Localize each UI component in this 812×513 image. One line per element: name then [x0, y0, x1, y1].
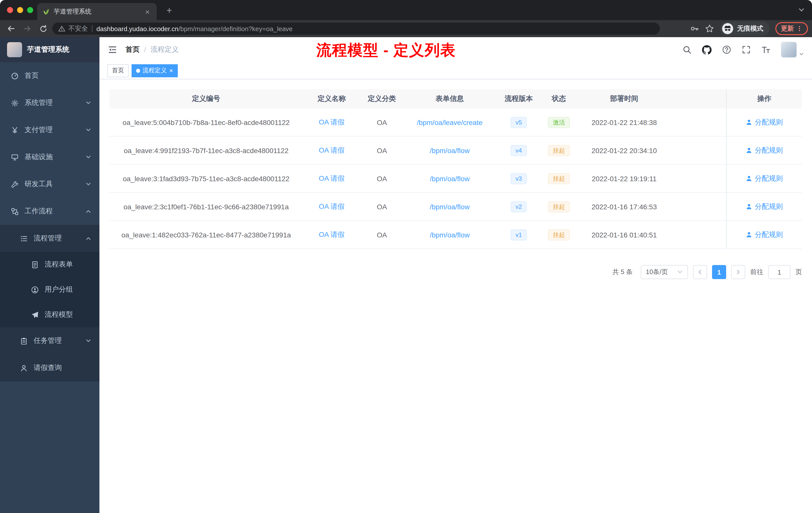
definition-name-link[interactable]: OA 请假 [319, 174, 345, 183]
form-info-link[interactable]: /bpm/oa/flow [430, 231, 470, 239]
page-size-value: 10条/页 [646, 268, 668, 277]
person-icon [20, 364, 28, 372]
annotation-title: 流程模型 - 定义列表 [316, 40, 456, 61]
app-navbar: 首页 / 流程定义 流程模型 - 定义列表 [99, 37, 812, 62]
definition-category: OA [360, 193, 403, 220]
goto-label: 前往 [750, 268, 763, 277]
main-area: 首页 / 流程定义 流程模型 - 定义列表 [99, 37, 812, 513]
form-info-link[interactable]: /bpm/oa/flow [430, 175, 470, 182]
window-minimize-button[interactable] [17, 7, 23, 13]
paper-plane-icon [31, 311, 39, 319]
assign-rule-link[interactable]: 分配规则 [746, 230, 783, 239]
assign-rule-link[interactable]: 分配规则 [746, 174, 783, 183]
header-status: 状态 [541, 89, 577, 109]
header-actions: 操作 [726, 89, 802, 109]
table-header-row: 定义编号 定义名称 定义分类 表单信息 流程版本 状态 部署时间 操作 [110, 89, 802, 109]
app-root: 芋道管理系统 首页 系统管理 支付管理 基础设施 [0, 37, 812, 513]
tag-close-icon[interactable]: × [169, 67, 173, 74]
prev-page-button[interactable] [693, 265, 707, 279]
tab-title: 芋道管理系统 [54, 7, 139, 16]
definition-category: OA [360, 109, 403, 136]
window-close-button[interactable] [7, 7, 13, 13]
sidebar-item-task-management[interactable]: 任务管理 [0, 327, 99, 354]
github-icon[interactable] [702, 45, 712, 55]
definition-id: oa_leave:4:991f2193-7b7f-11ec-a3c8-acde4… [110, 137, 303, 164]
sidebar-item-leave-query[interactable]: 请假查询 [0, 354, 99, 382]
breadcrumb-home[interactable]: 首页 [125, 45, 140, 54]
table-row: oa_leave:4:991f2193-7b7f-11ec-a3c8-acde4… [110, 137, 802, 164]
sidebar-item-process-management[interactable]: 流程管理 [0, 225, 99, 252]
definition-name-link[interactable]: OA 请假 [319, 230, 345, 239]
sidebar-fold-icon[interactable] [108, 45, 117, 55]
sidebar-item-process-model[interactable]: 流程模型 [0, 302, 99, 327]
security-indicator[interactable]: 不安全 [58, 24, 88, 33]
user-icon [746, 147, 752, 154]
form-info-link[interactable]: /bpm/oa/flow [430, 203, 470, 211]
version-badge: v3 [511, 173, 527, 184]
next-page-button[interactable] [731, 265, 745, 279]
sidebar-item-payment-management[interactable]: 支付管理 [0, 117, 99, 144]
sidebar-item-infrastructure[interactable]: 基础设施 [0, 144, 99, 171]
sidebar-item-home[interactable]: 首页 [0, 62, 99, 89]
sidebar-item-process-form[interactable]: 流程表单 [0, 252, 99, 277]
sidebar-item-workflow[interactable]: 工作流程 [0, 198, 99, 225]
deploy-time: 2022-01-22 19:19:11 [577, 164, 672, 192]
window-maximize-button[interactable] [27, 7, 33, 13]
table-row: oa_leave:2:3c1f0ef1-76b1-11ec-9c66-a2380… [110, 193, 802, 221]
sidebar-item-dev-tools[interactable]: 研发工具 [0, 171, 99, 198]
sidebar-item-label: 工作流程 [25, 207, 53, 216]
tag-process-definition[interactable]: 流程定义 × [132, 64, 177, 77]
reload-button[interactable] [36, 22, 50, 36]
forward-button[interactable] [20, 22, 34, 36]
kebab-menu-icon[interactable] [796, 26, 803, 32]
assign-rule-link[interactable]: 分配规则 [746, 146, 783, 155]
status-badge: 挂起 [548, 173, 570, 184]
assign-rule-link[interactable]: 分配规则 [746, 118, 783, 127]
definition-name-link[interactable]: OA 请假 [319, 146, 345, 155]
page-unit-label: 页 [795, 268, 802, 277]
tab-search-chevron-icon[interactable] [798, 6, 805, 13]
page-size-select[interactable]: 10条/页 [641, 265, 688, 279]
font-size-icon[interactable] [761, 45, 770, 54]
definition-category: OA [360, 164, 403, 192]
chrome-update-button[interactable]: 更新 [775, 22, 808, 35]
version-badge: v2 [511, 201, 527, 212]
sidebar-item-system-management[interactable]: 系统管理 [0, 89, 99, 117]
assign-rule-link[interactable]: 分配规则 [746, 202, 783, 211]
user-avatar-menu[interactable] [781, 42, 804, 58]
omnibox-divider [92, 25, 92, 32]
sidebar-logo[interactable]: 芋道管理系统 [0, 37, 99, 62]
row-spacer [672, 137, 726, 164]
window-controls [7, 7, 33, 13]
search-icon[interactable] [683, 45, 692, 54]
form-info-link[interactable]: /bpm/oa/leave/create [417, 118, 483, 126]
help-icon[interactable] [722, 45, 731, 54]
deploy-time: 2022-01-16 17:46:53 [577, 193, 672, 220]
definition-name-link[interactable]: OA 请假 [319, 202, 345, 211]
key-icon[interactable] [690, 24, 699, 33]
goto-page-input[interactable] [768, 265, 790, 279]
fullscreen-icon[interactable] [742, 45, 751, 54]
logo-title: 芋道管理系统 [27, 45, 69, 54]
definition-id: oa_leave:1:482ec033-762a-11ec-8477-a2380… [110, 221, 303, 248]
sidebar-item-label: 流程模型 [45, 310, 73, 319]
new-tab-button[interactable]: + [163, 4, 176, 17]
bookmark-star-icon[interactable] [705, 24, 714, 33]
definition-id: oa_leave:2:3c1f0ef1-76b1-11ec-9c66-a2380… [110, 193, 303, 220]
page-number-button[interactable]: 1 [712, 265, 726, 279]
flowchart-icon [11, 208, 19, 215]
avatar[interactable] [781, 42, 797, 58]
tab-strip: 芋道管理系统 × + [0, 0, 812, 20]
address-bar[interactable]: 不安全 dashboard.yudao.iocoder.cn/bpm/manag… [52, 23, 660, 35]
tag-home[interactable]: 首页 [108, 64, 128, 77]
tag-label: 流程定义 [143, 66, 167, 75]
browser-tab[interactable]: 芋道管理系统 × [37, 3, 157, 20]
sidebar-item-label: 流程管理 [34, 234, 62, 243]
back-button[interactable] [4, 22, 18, 36]
caret-down-icon [677, 269, 683, 275]
form-info-link[interactable]: /bpm/oa/flow [430, 146, 470, 154]
sidebar-item-user-group[interactable]: 用户分组 [0, 277, 99, 302]
definition-name-link[interactable]: OA 请假 [319, 118, 345, 127]
tab-close-icon[interactable]: × [143, 7, 152, 16]
navbar-actions [683, 42, 804, 58]
